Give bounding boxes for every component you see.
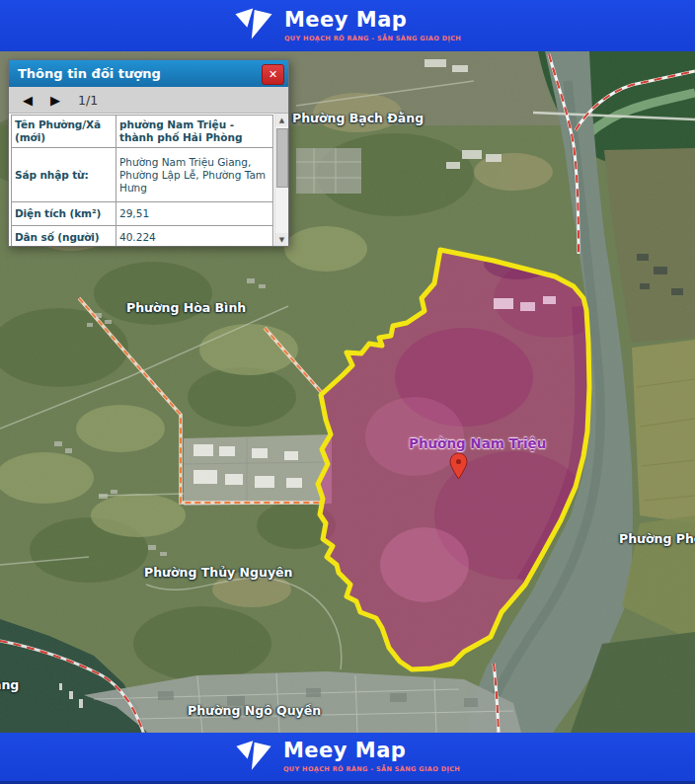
popup-title: Thông tin đối tượng <box>18 66 161 81</box>
map-label-nam-trieu: Phường Nam Triệu <box>409 435 546 451</box>
map-label-phong: Phường Phon <box>619 531 695 546</box>
info-value: 29,51 <box>116 202 273 226</box>
table-row: Diện tích (km²) 29,51 <box>12 202 273 226</box>
info-label: Diện tích (km²) <box>12 202 116 226</box>
info-label: Tên Phường/Xã (mới) <box>12 116 116 148</box>
location-marker-pin-icon[interactable] <box>449 452 468 480</box>
meey-map-app: Meey Map QUY HOẠCH RÕ RÀNG - SẴN SÀNG GI… <box>0 0 695 784</box>
meey-logo-icon <box>235 738 272 777</box>
info-label: Dân số (người) <box>12 226 116 247</box>
scroll-down-icon[interactable]: ▼ <box>275 233 288 246</box>
meey-logo-icon <box>234 5 273 46</box>
map-label-thuy-nguyen: Phường Thủy Nguyên <box>144 565 292 580</box>
map-label-hoa-binh: Phường Hòa Bình <box>126 300 246 315</box>
brand-tagline: QUY HOẠCH RÕ RÀNG - SẴN SÀNG GIAO DỊCH <box>284 35 461 42</box>
info-value: phường Nam Triệu - thành phố Hải Phòng <box>116 116 273 148</box>
popup-body: Tên Phường/Xã (mới) phường Nam Triệu - t… <box>9 114 288 246</box>
brand-title: Meey Map <box>284 10 407 31</box>
table-row: Sáp nhập từ: Phường Nam Triệu Giang, Phư… <box>12 148 273 202</box>
next-page-icon[interactable]: ▶ <box>50 93 60 108</box>
info-value: Phường Nam Triệu Giang, Phường Lập Lễ, P… <box>116 148 273 202</box>
close-icon[interactable]: ✕ <box>262 64 284 85</box>
popup-titlebar: Thông tin đối tượng ✕ <box>9 60 288 87</box>
brand-tagline: QUY HOẠCH RÕ RÀNG - SẴN SÀNG GIAO DỊCH <box>283 765 460 773</box>
object-info-popup: Thông tin đối tượng ✕ ◀ ▶ 1/1 Tên Phường… <box>8 59 289 247</box>
info-value: 40.224 <box>116 226 273 247</box>
brand-title: Meey Map <box>283 741 406 761</box>
table-row: Dân số (người) 40.224 <box>12 226 273 247</box>
scroll-up-icon[interactable]: ▲ <box>275 114 288 126</box>
info-label: Sáp nhập từ: <box>12 148 116 202</box>
page-indicator: 1/1 <box>78 93 98 108</box>
scrollbar-thumb[interactable] <box>276 128 288 188</box>
footer-bar: Meey Map QUY HOẠCH RÕ RÀNG - SẴN SÀNG GI… <box>0 733 695 784</box>
map-label-bach-dang: Phường Bạch Đằng <box>292 111 424 125</box>
table-row: Tên Phường/Xã (mới) phường Nam Triệu - t… <box>12 116 273 148</box>
object-info-table: Tên Phường/Xã (mới) phường Nam Triệu - t… <box>11 115 273 246</box>
map-label-fragment: àng <box>0 677 19 692</box>
popup-scrollbar[interactable]: ▲ ▼ <box>274 114 288 246</box>
map-label-ngo-quyen: Phường Ngô Quyền <box>188 703 321 718</box>
prev-page-icon[interactable]: ◀ <box>23 93 33 108</box>
header-bar: Meey Map QUY HOẠCH RÕ RÀNG - SẴN SÀNG GI… <box>0 0 695 51</box>
popup-pager-bar: ◀ ▶ 1/1 <box>9 87 288 114</box>
